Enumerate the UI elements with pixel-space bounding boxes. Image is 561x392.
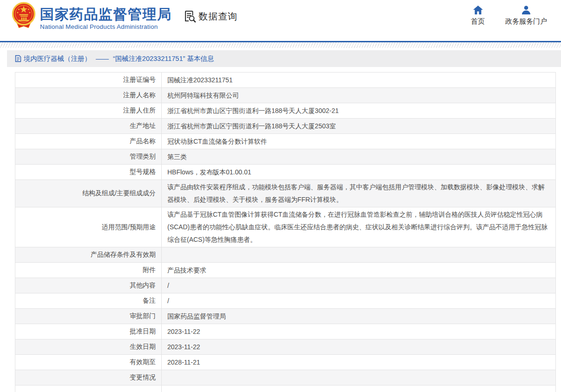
breadcrumb-section[interactable]: 境内医疗器械（注册） [24,54,91,63]
row-label: 结构及组成/主要组成成分 [15,180,162,207]
table-row: 生效日期2023-11-22 [15,339,556,355]
table-row: 注册证编号国械注准20233211751 [15,73,556,88]
table-row: 其他内容/ [15,278,556,293]
row-label: 产品名称 [15,134,162,149]
row-label: 型号规格 [15,165,162,180]
table-row: 结构及组成/主要组成成分该产品由软件安装程序组成，功能模块包括客户端、服务器端，… [15,180,556,207]
top-nav: 首页 政务服务门户 [471,6,547,26]
row-label: 备注 [15,293,162,309]
table-row: 产品名称冠状动脉CT血流储备分数计算软件 [15,134,556,149]
table-row: 附件产品技术要求 [15,263,556,278]
nav-portal-label: 政务服务门户 [505,17,547,26]
row-label: 注册证编号 [15,73,162,88]
table-row: 备注/ [15,293,556,309]
row-label: 批准日期 [15,324,162,339]
table-row: 管理类别第三类 [15,149,556,165]
row-value: 产品技术要求 [162,263,556,278]
row-label: 生产地址 [15,119,162,134]
table-row: 适用范围/预期用途该产品基于冠脉CT血管图像计算获得CT血流储备分数，在进行冠脉… [15,207,556,247]
row-value: 2023-11-22 [162,324,556,339]
site-title: 国家药品监督管理局 [40,7,172,22]
row-label: 产品储存条件及有效期 [15,247,162,263]
row-value: HBFlows，发布版本01.00.01 [162,165,556,180]
breadcrumb-separator: —— [96,55,108,62]
row-label: 管理类别 [15,149,162,165]
document-icon [15,55,21,62]
row-label: 审批部门 [15,309,162,324]
national-emblem-icon [12,2,36,30]
document-search-icon [183,9,197,23]
row-label: 注册人住所 [15,103,162,119]
breadcrumb-detail: “国械注准20233211751” 基本信息 [113,54,214,63]
row-value: 2028-11-21 [162,355,556,370]
row-value: 杭州阿特瑞科技有限公司 [162,88,556,103]
row-value: / [162,293,556,309]
table-row: 注册人名称杭州阿特瑞科技有限公司 [15,88,556,103]
table-row [15,385,556,392]
data-query-heading: 数据查询 [183,9,238,23]
table-row: 型号规格HBFlows，发布版本01.00.01 [15,165,556,180]
row-value: 2023-11-22 [162,339,556,355]
row-value: 冠状动脉CT血流储备分数计算软件 [162,134,556,149]
row-value: 该产品由软件安装程序组成，功能模块包括客户端、服务器端，其中客户端包括用户管理模… [162,180,556,207]
registration-info-table: 注册证编号国械注准20233211751注册人名称杭州阿特瑞科技有限公司注册人住… [15,72,556,392]
row-label: 附件 [15,263,162,278]
table-row: 有效期至2028-11-21 [15,355,556,370]
row-label: 生效日期 [15,339,162,355]
row-value: 该产品基于冠脉CT血管图像计算获得CT血流储备分数，在进行冠脉血管造影检查之前，… [162,207,556,247]
user-icon [521,6,531,14]
breadcrumb: 境内医疗器械（注册） —— “国械注准20233211751” 基本信息 [7,50,561,67]
hatched-band [0,42,561,48]
row-value [162,370,556,385]
nav-home-label: 首页 [471,17,485,26]
site-logo[interactable]: 国家药品监督管理局 National Medical Products Admi… [12,2,172,30]
site-title-block: 国家药品监督管理局 National Medical Products Admi… [40,2,172,30]
table-row: 批准日期2023-11-22 [15,324,556,339]
row-value: 第三类 [162,149,556,165]
home-icon [473,6,483,14]
row-label: 适用范围/预期用途 [15,207,162,247]
row-label: 变更情况 [15,370,162,385]
site-header: 国家药品监督管理局 National Medical Products Admi… [0,0,561,41]
row-label [15,385,162,392]
table-row: 审批部门国家药品监督管理局 [15,309,556,324]
row-label: 注册人名称 [15,88,162,103]
table-row: 变更情况 [15,370,556,385]
table-row: 生产地址浙江省杭州市萧山区宁围街道利一路188号天人大厦2503室 [15,119,556,134]
row-value [162,247,556,263]
row-value: 国械注准20233211751 [162,73,556,88]
nav-item-home[interactable]: 首页 [471,6,485,26]
row-label: 有效期至 [15,355,162,370]
info-table-body: 注册证编号国械注准20233211751注册人名称杭州阿特瑞科技有限公司注册人住… [15,73,556,392]
nav-item-portal[interactable]: 政务服务门户 [505,6,547,26]
row-value: / [162,278,556,293]
row-value: 国家药品监督管理局 [162,309,556,324]
row-label: 其他内容 [15,278,162,293]
row-value: 浙江省杭州市萧山区宁围街道利一路188号天人大厦3002-21 [162,103,556,119]
site-subtitle: National Medical Products Administration [40,23,172,30]
table-row: 产品储存条件及有效期 [15,247,556,263]
row-value [162,385,556,392]
table-row: 注册人住所浙江省杭州市萧山区宁围街道利一路188号天人大厦3002-21 [15,103,556,119]
row-value: 浙江省杭州市萧山区宁围街道利一路188号天人大厦2503室 [162,119,556,134]
data-query-label: 数据查询 [198,10,238,23]
